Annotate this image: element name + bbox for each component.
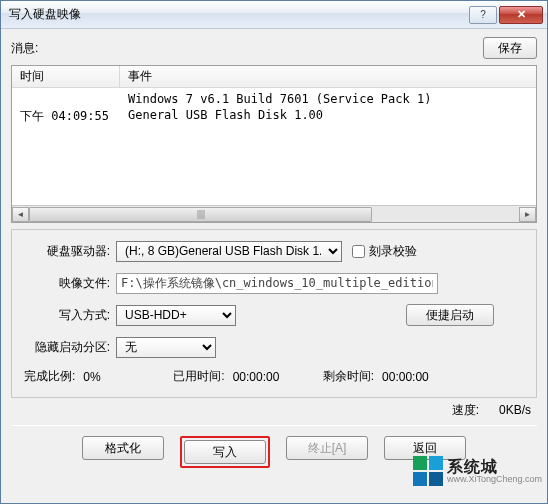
log-panel: 时间 事件 Windows 7 v6.1 Build 7601 (Service… <box>11 65 537 223</box>
hidden-select[interactable]: 无 <box>116 337 216 358</box>
message-label: 消息: <box>11 40 483 57</box>
h-scrollbar[interactable]: ◄ ► <box>12 205 536 222</box>
speed-row: 速度: 0KB/s <box>11 398 537 421</box>
help-button[interactable]: ? <box>469 6 497 24</box>
log-header: 时间 事件 <box>12 66 536 88</box>
format-button[interactable]: 格式化 <box>82 436 164 460</box>
content-area: 消息: 保存 时间 事件 Windows 7 v6.1 Build 7601 (… <box>1 29 547 486</box>
hidden-label: 隐藏启动分区: <box>24 339 110 356</box>
elapsed-label: 已用时间: <box>173 368 224 385</box>
log-cell-event: General USB Flash Disk 1.00 <box>120 108 536 124</box>
scroll-right-icon[interactable]: ► <box>519 207 536 222</box>
percent-label: 完成比例: <box>24 368 75 385</box>
dialog-window: 写入硬盘映像 ? ✕ 消息: 保存 时间 事件 Windows 7 v6.1 B… <box>0 0 548 504</box>
remain-value: 00:00:00 <box>382 370 429 384</box>
separator <box>11 425 537 426</box>
verify-checkbox[interactable]: 刻录校验 <box>352 243 417 260</box>
percent-value: 0% <box>83 370 173 384</box>
logo-url: www.XiTongCheng.com <box>447 475 542 484</box>
drive-label: 硬盘驱动器: <box>24 243 110 260</box>
verify-checkbox-input[interactable] <box>352 245 365 258</box>
speed-label: 速度: <box>452 403 479 417</box>
titlebar: 写入硬盘映像 ? ✕ <box>1 1 547 29</box>
image-path-input[interactable] <box>116 273 438 294</box>
log-row: 下午 04:09:55 General USB Flash Disk 1.00 <box>12 108 536 124</box>
close-button[interactable]: ✕ <box>499 6 543 24</box>
verify-label: 刻录校验 <box>369 243 417 260</box>
drive-select[interactable]: (H:, 8 GB)General USB Flash Disk 1.00 <box>116 241 342 262</box>
write-highlight: 写入 <box>180 436 270 468</box>
log-row: Windows 7 v6.1 Build 7601 (Service Pack … <box>12 92 536 108</box>
write-button[interactable]: 写入 <box>184 440 266 464</box>
window-title: 写入硬盘映像 <box>9 6 467 23</box>
log-cell-time <box>12 92 120 108</box>
speed-value: 0KB/s <box>499 403 531 417</box>
scroll-thumb[interactable] <box>29 207 372 222</box>
log-cell-event: Windows 7 v6.1 Build 7601 (Service Pack … <box>120 92 536 108</box>
image-label: 映像文件: <box>24 275 110 292</box>
log-cell-time: 下午 04:09:55 <box>12 108 120 124</box>
logo-icon <box>413 456 443 486</box>
window-controls: ? ✕ <box>467 6 543 24</box>
mode-label: 写入方式: <box>24 307 110 324</box>
scroll-left-icon[interactable]: ◄ <box>12 207 29 222</box>
abort-button[interactable]: 终止[A] <box>286 436 368 460</box>
progress-row: 完成比例: 0% 已用时间: 00:00:00 剩余时间: 00:00:00 <box>24 368 524 385</box>
watermark-logo: 系统城 www.XiTongCheng.com <box>411 454 544 488</box>
log-body[interactable]: Windows 7 v6.1 Build 7601 (Service Pack … <box>12 88 536 205</box>
save-button[interactable]: 保存 <box>483 37 537 59</box>
remain-label: 剩余时间: <box>323 368 374 385</box>
log-col-time[interactable]: 时间 <box>12 66 120 87</box>
log-col-event[interactable]: 事件 <box>120 68 536 85</box>
mode-select[interactable]: USB-HDD+ <box>116 305 236 326</box>
logo-name: 系统城 <box>447 459 542 475</box>
form-panel: 硬盘驱动器: (H:, 8 GB)General USB Flash Disk … <box>11 229 537 398</box>
elapsed-value: 00:00:00 <box>233 370 323 384</box>
quick-boot-button[interactable]: 便捷启动 <box>406 304 494 326</box>
scroll-track[interactable] <box>29 207 519 222</box>
